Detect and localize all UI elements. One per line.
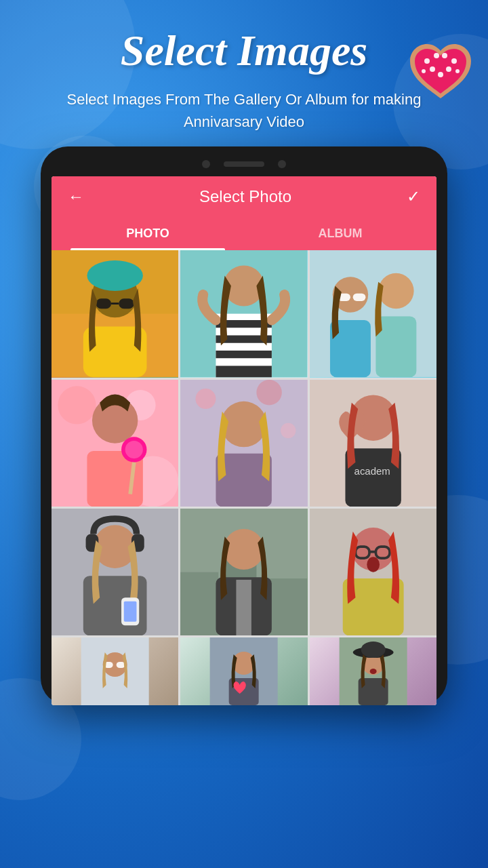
svg-point-42: [257, 380, 282, 405]
photo-cell[interactable]: [180, 250, 307, 377]
header-title: Select Photo: [199, 187, 291, 206]
photo-cell[interactable]: [52, 637, 178, 705]
svg-rect-63: [237, 580, 251, 635]
page-content: Select Images Select Images From The Gal…: [0, 0, 488, 868]
svg-point-38: [125, 441, 143, 458]
phone-container: ← Select Photo ✓ PHOTO ALBUM: [34, 146, 454, 705]
tabs-bar: PHOTO ALBUM: [52, 217, 436, 250]
svg-point-70: [367, 557, 380, 572]
svg-point-13: [87, 260, 142, 291]
svg-rect-24: [310, 250, 436, 377]
photo-cell[interactable]: [180, 509, 307, 635]
svg-point-5: [438, 72, 443, 77]
svg-rect-22: [216, 351, 272, 358]
svg-point-61: [224, 529, 264, 570]
svg-rect-23: [216, 366, 272, 378]
photo-cell[interactable]: [180, 380, 307, 507]
tab-photo[interactable]: PHOTO: [52, 217, 244, 250]
photo-grid: academ: [52, 250, 436, 705]
svg-point-82: [361, 642, 385, 658]
svg-rect-30: [375, 317, 416, 378]
confirm-button[interactable]: ✓: [407, 187, 420, 206]
svg-point-41: [196, 389, 216, 409]
svg-rect-15: [119, 299, 134, 309]
svg-point-1: [434, 53, 439, 58]
phone-top-bar: [52, 160, 436, 176]
svg-text:academ: academ: [354, 465, 390, 477]
svg-point-6: [446, 66, 451, 72]
svg-point-0: [424, 58, 430, 64]
svg-point-32: [58, 386, 96, 424]
svg-point-8: [455, 69, 460, 73]
svg-rect-28: [352, 294, 365, 301]
svg-point-26: [378, 273, 413, 309]
svg-rect-14: [96, 299, 111, 309]
photo-cell[interactable]: [52, 509, 178, 635]
svg-rect-56: [124, 601, 137, 622]
photo-cell[interactable]: [310, 637, 436, 705]
phone-frame: ← Select Photo ✓ PHOTO ALBUM: [41, 146, 447, 705]
svg-point-7: [422, 69, 426, 73]
photo-cell[interactable]: [180, 637, 307, 705]
photo-cell[interactable]: academ: [310, 380, 436, 507]
photo-cell[interactable]: [310, 509, 436, 635]
app-header: ← Select Photo ✓: [52, 176, 436, 217]
back-button[interactable]: ←: [68, 187, 84, 206]
tab-album[interactable]: ALBUM: [244, 217, 436, 250]
phone-camera: [202, 160, 210, 168]
photo-cell[interactable]: [52, 250, 178, 377]
svg-point-2: [442, 53, 447, 58]
svg-point-83: [369, 669, 376, 674]
phone-camera-2: [278, 160, 286, 168]
phone-screen: ← Select Photo ✓ PHOTO ALBUM: [52, 176, 436, 705]
svg-point-3: [451, 58, 457, 64]
heart-cookie-decoration: [407, 41, 474, 102]
svg-rect-58: [180, 572, 218, 636]
phone-speaker: [224, 161, 264, 167]
photo-cell[interactable]: [310, 250, 436, 377]
svg-point-43: [281, 422, 296, 437]
photo-cell[interactable]: [52, 380, 178, 507]
svg-point-4: [430, 66, 435, 72]
